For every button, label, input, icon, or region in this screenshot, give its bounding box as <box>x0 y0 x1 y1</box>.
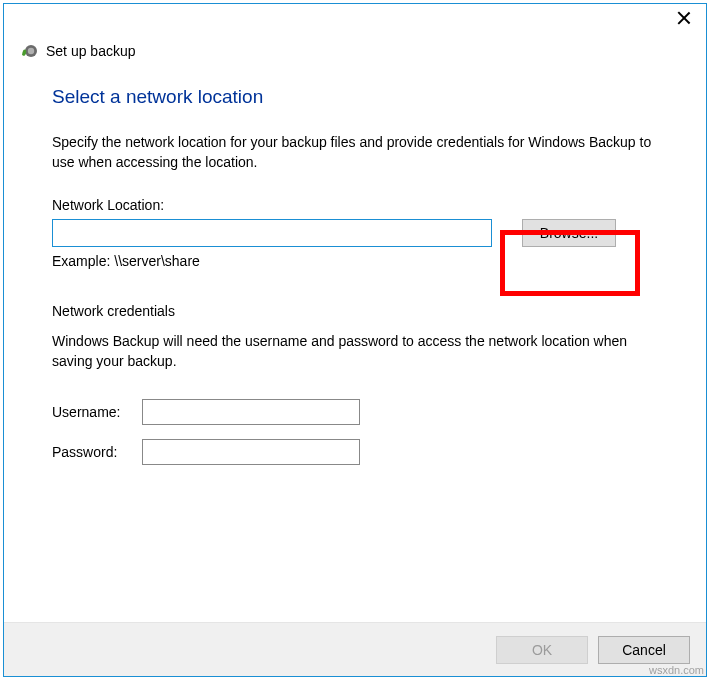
credentials-instruction: Windows Backup will need the username an… <box>52 331 658 372</box>
page-heading: Select a network location <box>52 86 658 108</box>
svg-point-1 <box>28 48 34 54</box>
password-row: Password: <box>52 439 658 465</box>
window-title: Set up backup <box>46 43 136 59</box>
username-input[interactable] <box>142 399 360 425</box>
header: Set up backup <box>4 36 706 86</box>
ok-button: OK <box>496 636 588 664</box>
password-label: Password: <box>52 444 142 460</box>
network-location-label: Network Location: <box>52 197 658 213</box>
network-location-input[interactable] <box>52 219 492 247</box>
watermark: wsxdn.com <box>649 664 704 676</box>
username-row: Username: <box>52 399 658 425</box>
cancel-button[interactable]: Cancel <box>598 636 690 664</box>
password-input[interactable] <box>142 439 360 465</box>
credentials-section-label: Network credentials <box>52 303 658 319</box>
dialog-window: Set up backup Select a network location … <box>3 3 707 677</box>
close-icon[interactable] <box>676 10 692 26</box>
dialog-footer: OK Cancel <box>4 622 706 676</box>
browse-button[interactable]: Browse... <box>522 219 616 247</box>
page-instruction: Specify the network location for your ba… <box>52 132 658 173</box>
example-text: Example: \\server\share <box>52 253 658 269</box>
backup-icon <box>20 42 38 60</box>
network-location-row: Browse... <box>52 219 658 247</box>
titlebar <box>4 4 706 36</box>
content-area: Select a network location Specify the ne… <box>4 86 706 622</box>
username-label: Username: <box>52 404 142 420</box>
